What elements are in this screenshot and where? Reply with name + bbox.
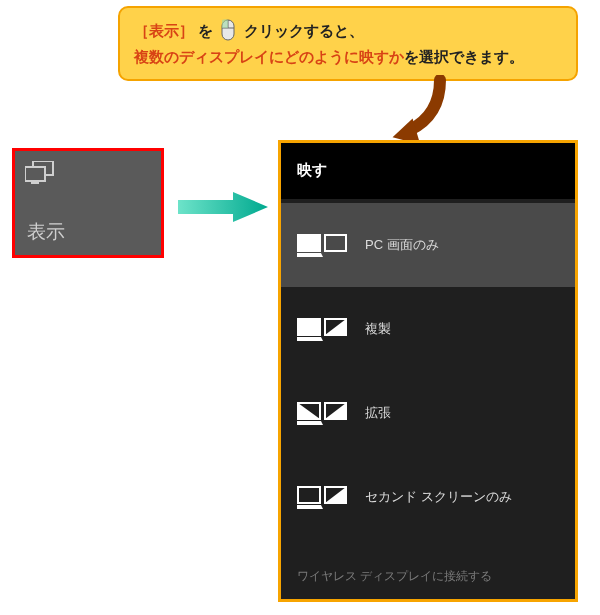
- svg-rect-7: [298, 235, 320, 251]
- green-arrow-icon: [178, 192, 268, 222]
- svg-marker-8: [297, 253, 323, 257]
- option-label: 複製: [365, 320, 391, 338]
- panel-options: PC 画面のみ 複製: [281, 199, 575, 539]
- second-only-icon: [297, 481, 347, 513]
- svg-rect-15: [298, 487, 320, 503]
- callout-line-1: ［表示］ を クリックすると、: [134, 18, 562, 44]
- option-duplicate[interactable]: 複製: [281, 287, 575, 371]
- callout-rest: を選択できます。: [404, 48, 524, 65]
- svg-marker-13: [297, 421, 323, 425]
- mouse-icon: [219, 18, 237, 42]
- wireless-connect-link[interactable]: ワイヤレス ディスプレイに接続する: [297, 568, 492, 585]
- option-pc-screen-only[interactable]: PC 画面のみ: [281, 203, 575, 287]
- callout-highlight: 複数のディスプレイにどのように映すか: [134, 48, 404, 65]
- curved-arrow-icon: [380, 75, 460, 145]
- duplicate-icon: [297, 313, 347, 345]
- svg-marker-6: [178, 192, 268, 222]
- project-tile-icon: [25, 161, 57, 185]
- callout-line-2: 複数のディスプレイにどのように映すかを選択できます。: [134, 44, 562, 70]
- callout-label: 表示: [149, 22, 179, 39]
- callout-after-bracket: を: [198, 22, 213, 39]
- after-click: すると、: [304, 22, 364, 39]
- option-label: PC 画面のみ: [365, 236, 439, 254]
- option-second-screen-only[interactable]: セカンド スクリーンのみ: [281, 455, 575, 539]
- pc-only-icon: [297, 229, 347, 261]
- svg-marker-16: [297, 505, 323, 509]
- svg-marker-11: [297, 337, 323, 341]
- option-label: 拡張: [365, 404, 391, 422]
- bracket-open: ［: [134, 22, 149, 39]
- option-extend[interactable]: 拡張: [281, 371, 575, 455]
- project-tile-label: 表示: [27, 219, 65, 245]
- click-word: クリック: [244, 22, 304, 39]
- bracket-close: ］: [179, 22, 194, 39]
- svg-rect-9: [325, 235, 346, 251]
- instruction-callout: ［表示］ を クリックすると、 複数のディスプレイにどのように映すかを選択できま…: [118, 6, 578, 81]
- panel-title: 映す: [281, 143, 575, 199]
- option-label: セカンド スクリーンのみ: [365, 488, 512, 506]
- project-tile[interactable]: 表示: [12, 148, 164, 258]
- extend-icon: [297, 397, 347, 429]
- project-panel: 映す PC 画面のみ 複製: [278, 140, 578, 602]
- svg-rect-4: [25, 167, 45, 181]
- svg-rect-10: [298, 319, 320, 335]
